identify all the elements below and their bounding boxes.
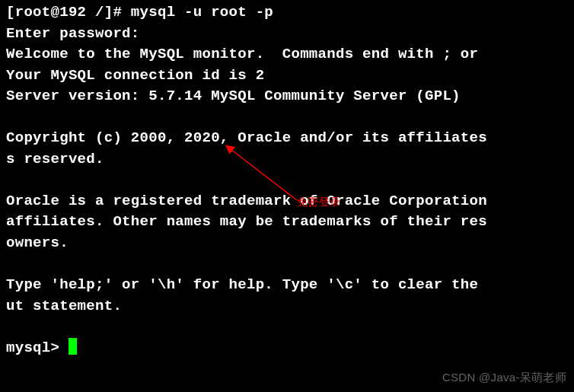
mysql-prompt-line[interactable]: mysql> (6, 338, 568, 359)
terminal-blank-line (6, 317, 568, 338)
terminal-output[interactable]: [root@192 /]# mysql -u root -p Enter pas… (6, 2, 568, 359)
terminal-line: Your MySQL connection id is 2 (6, 65, 568, 87)
terminal-line: owners. (6, 233, 568, 254)
cursor-icon (69, 338, 77, 355)
terminal-line: s reserved. (6, 149, 568, 171)
terminal-line: affiliates. Other names may be trademark… (6, 212, 568, 233)
terminal-line: Enter password: (6, 24, 568, 45)
terminal-line: Type 'help;' or '\h' for help. Type '\c'… (6, 275, 568, 296)
terminal-line: Welcome to the MySQL monitor. Commands e… (6, 44, 568, 65)
annotation-label: 免密登录 (297, 194, 340, 209)
mysql-prompt-text: mysql> (6, 339, 69, 356)
terminal-blank-line (6, 107, 568, 129)
terminal-line: ut statement. (6, 296, 568, 317)
terminal-line: Oracle is a registered trademark of Orac… (6, 191, 568, 212)
terminal-blank-line (6, 254, 568, 276)
terminal-line: Copyright (c) 2000, 2020, Oracle and/or … (6, 128, 568, 149)
terminal-line: [root@192 /]# mysql -u root -p (6, 2, 568, 24)
terminal-blank-line (6, 170, 568, 191)
terminal-line: Server version: 5.7.14 MySQL Community S… (6, 86, 568, 107)
watermark-text: CSDN @Java-呆萌老师 (442, 369, 566, 386)
